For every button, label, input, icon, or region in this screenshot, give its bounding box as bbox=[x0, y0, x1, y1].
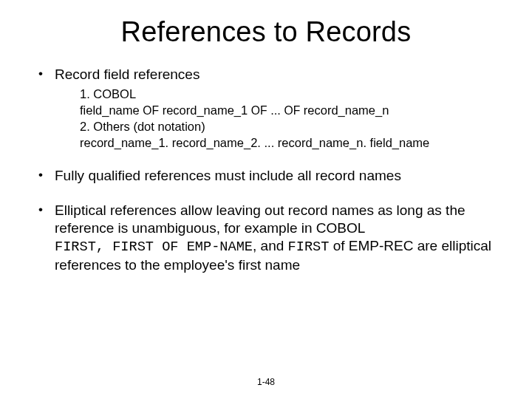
text: record_name_1 bbox=[159, 103, 251, 117]
bullet-text: Elliptical references allow leaving out … bbox=[55, 202, 466, 236]
bullet-item: Elliptical references allow leaving out … bbox=[30, 202, 502, 275]
text: record_name_n bbox=[300, 103, 389, 117]
bullet-head: Record field references bbox=[55, 66, 200, 82]
sub-line: record_name_1. record_name_2. ... record… bbox=[80, 135, 502, 151]
text: , and bbox=[253, 238, 288, 253]
slide: References to Records Record field refer… bbox=[0, 0, 532, 399]
bullet-item: Fully qualified references must include … bbox=[30, 167, 502, 185]
keyword-of: OF bbox=[143, 104, 159, 117]
slide-title: References to Records bbox=[30, 16, 502, 48]
text: field_name bbox=[80, 103, 143, 117]
sub-line: 1. COBOL bbox=[80, 86, 502, 103]
page-number: 1-48 bbox=[0, 377, 532, 387]
code-span: FIRST, FIRST OF EMP-NAME bbox=[55, 239, 253, 255]
bullet-item: Record field references 1. COBOL field_n… bbox=[30, 66, 502, 151]
bullet-sub: 1. COBOL field_name OF record_name_1 OF … bbox=[55, 86, 502, 151]
keyword-of: OF bbox=[251, 104, 267, 117]
text: ... bbox=[267, 103, 284, 117]
bullet-list: Record field references 1. COBOL field_n… bbox=[30, 66, 502, 274]
keyword-of: OF bbox=[284, 104, 300, 117]
bullet-text: Fully qualified references must include … bbox=[55, 168, 401, 183]
code-span: FIRST bbox=[288, 239, 330, 255]
sub-line: 2. Others (dot notation) bbox=[80, 119, 502, 135]
sub-line: field_name OF record_name_1 OF ... OF re… bbox=[80, 103, 502, 119]
